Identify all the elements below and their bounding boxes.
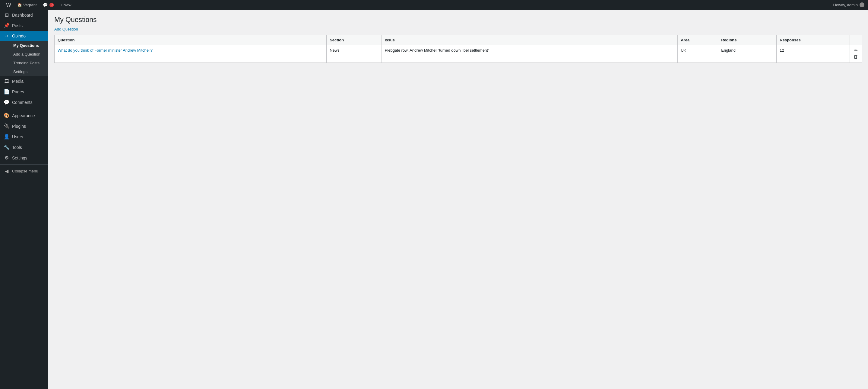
col-actions [850,35,862,45]
submenu-item-my-questions[interactable]: My Questions [0,41,48,50]
table-header-row: Question Section Issue Area Regions Resp… [55,35,862,45]
cell-responses: 12 [777,45,850,63]
sidebar-item-opindo[interactable]: ○ Opindo [0,31,48,41]
adminbar-comments[interactable]: 💬 0 [40,0,57,10]
users-icon: 👤 [4,134,10,140]
settings-icon: ⚙ [4,155,10,161]
opindo-submenu: My Questions Add a Question Trending Pos… [0,41,48,76]
adminbar-new[interactable]: + New [58,0,73,10]
table-row: What do you think of Former minister And… [55,45,862,63]
sidebar-item-settings[interactable]: ⚙ Settings [0,152,48,163]
comment-icon: 💬 [43,3,48,7]
app-body: ⊞ Dashboard 📌 Posts ○ Opindo My Question… [0,10,868,389]
submenu-item-add-question[interactable]: Add a Question [0,50,48,59]
tools-icon: 🔧 [4,144,10,150]
col-responses: Responses [777,35,850,45]
edit-icon[interactable]: ✏ [853,48,859,53]
col-area: Area [678,35,718,45]
table-body: What do you think of Former minister And… [55,45,862,63]
home-icon: 🏠 [17,3,22,7]
adminbar-site[interactable]: 🏠 Vagrant [15,0,39,10]
question-link[interactable]: What do you think of Former minister And… [58,48,153,53]
plugins-icon: 🔌 [4,123,10,129]
sidebar-item-appearance[interactable]: 🎨 Appearance [0,110,48,121]
howdy-text: Howdy, admin [833,2,864,7]
main-content: My Questions Add Question Question Secti… [48,10,868,389]
sidebar-divider-2 [0,164,48,165]
media-icon: 🖼 [4,79,10,84]
adminbar-right: Howdy, admin [833,2,864,7]
submenu-item-trending-posts[interactable]: Trending Posts [0,59,48,67]
admin-bar: W 🏠 Vagrant 💬 0 + New Howdy, admin [0,0,868,10]
sidebar-divider-1 [0,109,48,109]
sidebar-item-comments[interactable]: 💬 Comments [0,97,48,108]
sidebar-collapse[interactable]: ◀ Collapse menu [0,166,48,176]
page-title: My Questions [54,16,862,24]
sidebar-item-users[interactable]: 👤 Users [0,131,48,142]
cell-issue: Plebgate row: Andrew Mitchell 'turned do… [381,45,678,63]
cell-section: News [327,45,381,63]
posts-icon: 📌 [4,23,10,28]
sidebar-item-posts[interactable]: 📌 Posts [0,20,48,31]
sidebar-item-pages[interactable]: 📄 Pages [0,86,48,97]
opindo-icon: ○ [4,33,10,39]
dashboard-icon: ⊞ [4,12,10,18]
avatar [860,2,864,7]
delete-icon[interactable]: 🗑 [853,54,859,59]
cell-question: What do you think of Former minister And… [55,45,327,63]
wp-logo[interactable]: W [4,2,13,8]
cell-actions: ✏ 🗑 [850,45,862,63]
cell-regions: England [718,45,777,63]
comments-icon: 💬 [4,100,10,105]
pages-icon: 📄 [4,89,10,94]
sidebar-item-dashboard[interactable]: ⊞ Dashboard [0,10,48,20]
col-regions: Regions [718,35,777,45]
add-question-link[interactable]: Add Question [54,27,78,31]
col-question: Question [55,35,327,45]
adminbar-left: W 🏠 Vagrant 💬 0 + New [4,0,73,10]
table-header: Question Section Issue Area Regions Resp… [55,35,862,45]
appearance-icon: 🎨 [4,113,10,118]
collapse-icon: ◀ [4,168,10,174]
submenu-item-settings[interactable]: Settings [0,67,48,76]
cell-area: UK [678,45,718,63]
questions-table: Question Section Issue Area Regions Resp… [54,35,862,63]
sidebar-item-tools[interactable]: 🔧 Tools [0,142,48,152]
sidebar-item-plugins[interactable]: 🔌 Plugins [0,121,48,131]
col-issue: Issue [381,35,678,45]
col-section: Section [327,35,381,45]
sidebar: ⊞ Dashboard 📌 Posts ○ Opindo My Question… [0,10,48,389]
sidebar-item-media[interactable]: 🖼 Media [0,76,48,86]
